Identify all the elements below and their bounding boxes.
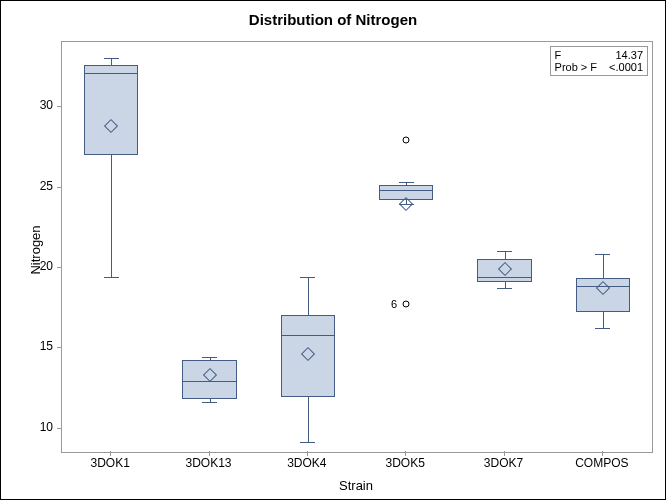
y-tick-label: 25: [3, 179, 53, 193]
boxplot-cap-lower: [202, 402, 217, 403]
boxplot-whisker-lower: [111, 155, 112, 277]
boxplot-cap-upper: [497, 251, 512, 252]
x-tick-label: 3DOK4: [287, 456, 326, 470]
x-tick-label: 3DOK1: [90, 456, 129, 470]
y-tick-mark: [57, 347, 62, 348]
boxplot-median: [84, 73, 138, 74]
stat-f-label: F: [555, 49, 562, 61]
boxplot-whisker-lower: [603, 312, 604, 328]
boxplot-whisker-upper: [505, 251, 506, 259]
y-tick-mark: [57, 106, 62, 107]
stat-probf-value: <.0001: [609, 61, 643, 73]
boxplot-cap-upper: [595, 254, 610, 255]
y-tick-mark: [57, 187, 62, 188]
boxplot-whisker-upper: [603, 254, 604, 278]
boxplot-cap-upper: [300, 277, 315, 278]
x-tick-label: COMPOS: [575, 456, 628, 470]
y-tick-mark: [57, 428, 62, 429]
y-tick-label: 20: [3, 259, 53, 273]
boxplot-cap-lower: [300, 442, 315, 443]
boxplot-whisker-lower: [308, 397, 309, 442]
boxplot-median: [281, 335, 335, 336]
boxplot-cap-upper: [202, 357, 217, 358]
boxplot-outlier-label: 6: [391, 298, 401, 310]
boxplot-whisker-upper: [308, 277, 309, 316]
x-tick-label: 3DOK7: [484, 456, 523, 470]
x-tick-label: 3DOK13: [185, 456, 231, 470]
boxplot-cap-upper: [104, 58, 119, 59]
boxplot-outlier: [403, 301, 410, 308]
plot-area: F 14.37 Prob > F <.0001 6: [61, 41, 653, 453]
chart-title: Distribution of Nitrogen: [1, 11, 665, 28]
stat-probf-label: Prob > F: [555, 61, 598, 73]
boxplot-cap-upper: [399, 182, 414, 183]
y-tick-label: 30: [3, 98, 53, 112]
boxplot-cap-lower: [104, 277, 119, 278]
stat-f-value: 14.37: [615, 49, 643, 61]
boxplot-cap-lower: [595, 328, 610, 329]
x-tick-label: 3DOK5: [385, 456, 424, 470]
y-tick-label: 15: [3, 339, 53, 353]
x-axis-label: Strain: [61, 478, 651, 493]
y-tick-mark: [57, 267, 62, 268]
boxplot-box: [84, 65, 138, 155]
boxplot-outlier: [403, 137, 410, 144]
y-tick-label: 10: [3, 420, 53, 434]
chart-frame: Distribution of Nitrogen F 14.37 Prob > …: [0, 0, 666, 500]
boxplot-median: [477, 277, 531, 278]
inset-stats: F 14.37 Prob > F <.0001: [550, 46, 648, 76]
boxplot-cap-lower: [497, 288, 512, 289]
boxplot-median: [379, 190, 433, 191]
